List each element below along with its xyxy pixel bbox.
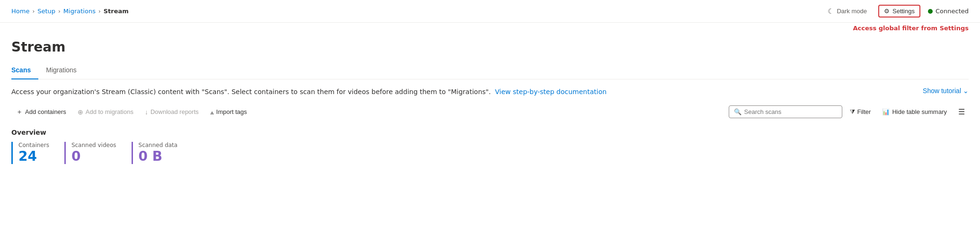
action-bar-left: ＋ Add containers ⊕ Add to migrations ↓ D… (11, 105, 252, 119)
overview-title: Overview (11, 129, 969, 136)
stat-scanned-videos: Scanned videos 0 (64, 142, 128, 164)
breadcrumb-current: Stream (104, 8, 129, 15)
description-text: Access your organization's Stream (Class… (11, 87, 911, 97)
chart-icon: 📊 (882, 108, 890, 115)
main-content: Stream Scans Migrations Access your orga… (0, 32, 980, 172)
breadcrumb-sep-2: › (58, 8, 61, 15)
breadcrumb: Home › Setup › Migrations › Stream (11, 8, 129, 15)
stat-containers: Containers 24 (11, 142, 61, 164)
more-options-button[interactable]: ☰ (954, 104, 969, 119)
top-bar: Home › Setup › Migrations › Stream ☾ Dar… (0, 0, 980, 23)
add-to-migrations-button[interactable]: ⊕ Add to migrations (73, 105, 138, 119)
breadcrumb-sep-1: › (32, 8, 35, 15)
download-icon: ↓ (145, 108, 148, 116)
connected-indicator: Connected (928, 8, 969, 15)
gear-icon: ⚙ (884, 8, 890, 15)
stat-scanned-videos-label: Scanned videos (71, 142, 116, 148)
settings-button[interactable]: ⚙ Settings (878, 5, 920, 17)
tag-icon: ⟁ (210, 108, 214, 116)
search-box: 🔍 (729, 105, 842, 118)
dark-mode-label: Dark mode (837, 8, 867, 15)
stat-scanned-videos-value: 0 (71, 149, 116, 164)
search-icon: 🔍 (734, 108, 742, 115)
stat-containers-label: Containers (18, 142, 49, 148)
overview-stats: Containers 24 Scanned videos 0 Scanned d… (11, 142, 969, 164)
show-tutorial-button[interactable]: Show tutorial ⌄ (923, 87, 969, 95)
stat-containers-value: 24 (18, 149, 49, 164)
tab-scans[interactable]: Scans (11, 62, 38, 79)
tab-bar: Scans Migrations (11, 62, 969, 79)
connected-label: Connected (936, 8, 969, 15)
breadcrumb-home[interactable]: Home (11, 8, 29, 15)
page-title: Stream (11, 39, 969, 55)
chevron-down-icon: ⌄ (963, 87, 969, 95)
dark-mode-button[interactable]: ☾ Dark mode (824, 5, 871, 17)
breadcrumb-migrations[interactable]: Migrations (63, 8, 96, 15)
hamburger-icon: ☰ (958, 108, 965, 116)
search-input[interactable] (744, 108, 837, 115)
moon-icon: ☾ (828, 7, 834, 16)
settings-label: Settings (892, 8, 915, 15)
filter-icon: ⧩ (850, 108, 855, 116)
global-filter-notice: Access global filter from Settings (0, 23, 980, 32)
action-bar-right: 🔍 ⧩ Filter 📊 Hide table summary ☰ (729, 104, 969, 119)
stat-scanned-data: Scanned data 0 B (132, 142, 189, 164)
stat-scanned-data-value: 0 B (139, 149, 178, 164)
stat-scanned-data-label: Scanned data (139, 142, 178, 148)
doc-link[interactable]: View step-by-step documentation (495, 88, 607, 95)
action-bar: ＋ Add containers ⊕ Add to migrations ↓ D… (11, 104, 969, 119)
plus-icon: ＋ (16, 108, 23, 116)
description-row: Access your organization's Stream (Class… (11, 87, 969, 97)
import-tags-button[interactable]: ⟁ Import tags (205, 105, 252, 119)
top-bar-right: ☾ Dark mode ⚙ Settings Connected (824, 5, 969, 17)
tab-migrations[interactable]: Migrations (38, 62, 84, 79)
connected-dot (928, 9, 933, 14)
download-reports-button[interactable]: ↓ Download reports (140, 105, 203, 119)
hide-table-summary-button[interactable]: 📊 Hide table summary (878, 105, 951, 118)
filter-button[interactable]: ⧩ Filter (846, 105, 875, 119)
add-containers-button[interactable]: ＋ Add containers (11, 105, 71, 119)
breadcrumb-setup[interactable]: Setup (37, 8, 55, 15)
breadcrumb-sep-3: › (98, 8, 101, 15)
plus-circle-icon: ⊕ (78, 108, 83, 116)
